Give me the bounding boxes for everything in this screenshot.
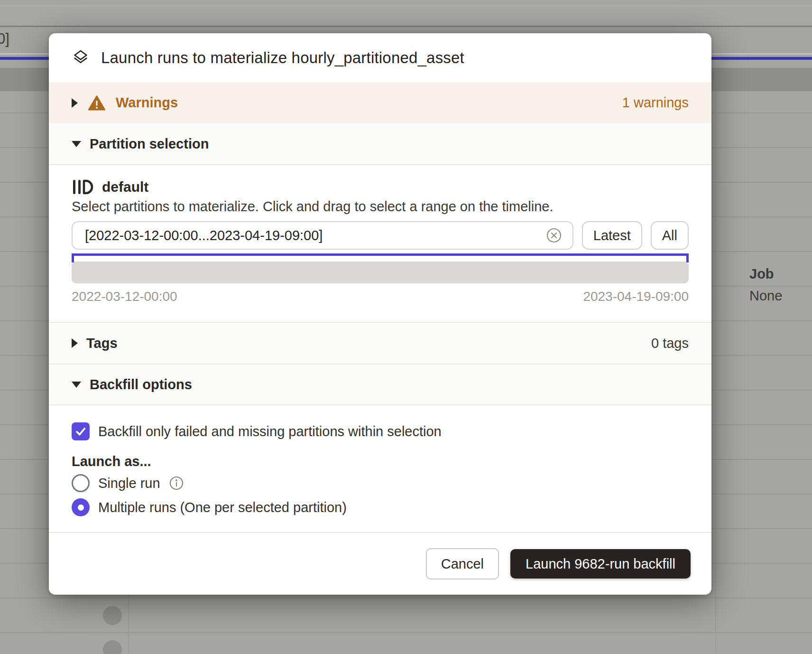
radio-selected-icon[interactable] [72,498,90,516]
bg-column-divider [715,91,716,654]
checkbox-label: Backfill only failed and missing partiti… [98,424,442,439]
partition-range-row: [2022-03-12-00:00...2023-04-19-09:00] La… [72,221,689,250]
warnings-section-toggle[interactable]: Warnings 1 warnings [49,82,711,123]
partition-selection-content: default Select partitions to materialize… [49,165,711,322]
warning-triangle-icon [88,95,105,111]
cancel-button[interactable]: Cancel [426,548,499,579]
chevron-right-icon [72,98,78,108]
partition-set-icon [72,179,93,195]
timeline-start-date: 2022-03-12-00:00 [72,289,177,304]
dialog-title: Launch runs to materialize hourly_partit… [101,49,464,67]
clear-input-icon[interactable] [546,227,562,243]
backfill-options-header: Backfill options [90,377,192,392]
timeline-end-date: 2023-04-19-09:00 [583,289,689,304]
all-button[interactable]: All [651,221,689,250]
timeline-selection-bracket [72,253,689,256]
info-icon[interactable] [169,476,184,491]
partition-timeline: 2022-03-12-00:00 2023-04-19-09:00 [72,253,689,322]
warnings-label: Warnings [116,95,178,111]
partition-selection-section-toggle[interactable]: Partition selection [49,123,711,165]
bg-job-column-value: None [749,288,782,304]
partition-description: Select partitions to materialize. Click … [72,198,689,215]
partition-range-value: [2022-03-12-00:00...2023-04-19-09:00] [85,228,546,243]
bg-job-column-header: Job [749,266,774,282]
multiple-runs-radio-row[interactable]: Multiple runs (One per selected partitio… [72,498,689,516]
single-run-radio-row[interactable]: Single run [72,474,689,492]
launch-backfill-button[interactable]: Launch 9682-run backfill [510,549,691,579]
latest-button[interactable]: Latest [582,221,642,250]
dialog-header: Launch runs to materialize hourly_partit… [49,33,711,82]
dialog-footer: Cancel Launch 9682-run backfill [49,532,711,595]
timeline-date-row: 2022-03-12-00:00 2023-04-19-09:00 [72,289,689,322]
bg-partial-cell-text: 0] [0,30,9,47]
backfill-options-section-toggle[interactable]: Backfill options [49,364,711,405]
chevron-down-icon [72,382,81,388]
tags-section-toggle[interactable]: Tags 0 tags [49,322,711,364]
radio-unselected-icon[interactable] [72,474,90,492]
partition-selection-header: Partition selection [90,136,209,152]
multiple-runs-label: Multiple runs (One per selected partitio… [98,500,347,515]
timeline-bar[interactable] [72,262,689,283]
launch-as-label: Launch as... [72,454,689,469]
warnings-count-badge: 1 warnings [622,95,689,111]
partition-range-input[interactable]: [2022-03-12-00:00...2023-04-19-09:00] [72,221,573,250]
dimension-row: default [72,179,689,195]
asset-layers-icon [72,49,90,67]
checkbox-checked-icon[interactable] [72,422,90,440]
tags-header: Tags [86,336,118,351]
single-run-label: Single run [98,476,160,491]
dimension-name: default [102,179,148,195]
launch-backfill-dialog: Launch runs to materialize hourly_partit… [49,33,711,595]
tags-count-badge: 0 tags [651,336,689,351]
failed-missing-checkbox-row[interactable]: Backfill only failed and missing partiti… [72,422,689,440]
bg-band [0,6,812,26]
backfill-options-content: Backfill only failed and missing partiti… [49,405,711,532]
chevron-down-icon [72,141,81,147]
bg-status-dot [103,606,122,625]
chevron-right-icon [72,338,78,348]
